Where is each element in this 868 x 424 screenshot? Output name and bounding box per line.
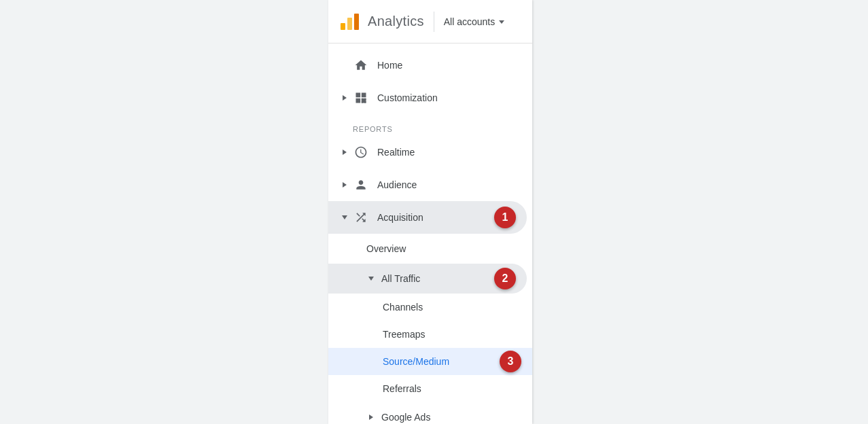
realtime-label: Realtime	[377, 147, 521, 158]
sidebar-item-google-ads[interactable]: Google Ads	[328, 402, 532, 424]
realtime-icon	[353, 144, 369, 160]
customization-icon	[353, 90, 369, 106]
audience-expand-arrow	[339, 179, 350, 190]
svg-rect-0	[341, 23, 345, 30]
acquisition-sub-items: Overview All Traffic 2 Channels Treemaps	[328, 234, 532, 424]
reports-section-label: REPORTS	[328, 114, 532, 136]
sidebar-item-acquisition[interactable]: Acquisition 1	[328, 201, 527, 234]
customization-expand-arrow	[339, 92, 350, 103]
svg-rect-4	[364, 99, 366, 101]
audience-icon	[353, 177, 369, 193]
home-icon	[353, 57, 369, 73]
audience-label: Audience	[377, 179, 521, 190]
acquisition-badge: 1	[494, 207, 516, 228]
all-accounts-button[interactable]: All accounts	[444, 16, 504, 27]
all-traffic-badge: 2	[494, 268, 516, 289]
source-medium-badge: 3	[500, 351, 521, 372]
acquisition-expand-arrow	[339, 212, 350, 223]
customization-label: Customization	[377, 92, 521, 103]
sidebar-item-treemaps[interactable]: Treemaps	[328, 321, 532, 348]
sidebar-item-audience[interactable]: Audience	[328, 169, 532, 201]
sidebar-item-overview[interactable]: Overview	[328, 234, 532, 264]
sidebar-item-source-medium[interactable]: Source/Medium 3	[328, 348, 532, 375]
sidebar-item-referrals[interactable]: Referrals	[328, 375, 532, 402]
home-label: Home	[377, 60, 521, 71]
all-traffic-expand-arrow	[366, 274, 376, 283]
referrals-label: Referrals	[383, 383, 421, 394]
nav-content: Home Customization	[328, 43, 532, 424]
svg-rect-6	[364, 101, 366, 103]
svg-rect-3	[362, 99, 364, 101]
treemaps-label: Treemaps	[383, 329, 426, 340]
sidebar-item-home[interactable]: Home	[328, 49, 532, 82]
sidebar-panel: Analytics All accounts Home	[328, 0, 532, 424]
acquisition-icon	[353, 209, 369, 226]
google-ads-label: Google Ads	[381, 412, 430, 423]
svg-rect-1	[347, 18, 352, 30]
all-traffic-label: All Traffic	[381, 273, 420, 284]
realtime-expand-arrow	[339, 147, 350, 158]
channels-label: Channels	[383, 302, 423, 313]
all-accounts-label: All accounts	[444, 16, 495, 27]
sidebar-header: Analytics All accounts	[328, 0, 532, 43]
sidebar-item-customization[interactable]: Customization	[328, 82, 532, 114]
analytics-logo-icon	[339, 11, 361, 33]
page-wrapper: Analytics All accounts Home	[0, 0, 868, 424]
app-title: Analytics	[368, 14, 424, 29]
source-medium-label: Source/Medium	[383, 356, 449, 367]
svg-rect-2	[354, 14, 359, 30]
chevron-down-icon	[499, 20, 504, 24]
overview-label: Overview	[366, 243, 406, 254]
svg-rect-5	[362, 101, 364, 103]
left-area	[0, 0, 328, 424]
google-ads-expand-arrow	[366, 412, 376, 422]
header-divider	[434, 12, 434, 32]
sidebar-item-realtime[interactable]: Realtime	[328, 136, 532, 169]
home-arrow-placeholder	[339, 60, 350, 71]
sidebar-item-all-traffic[interactable]: All Traffic 2	[328, 264, 527, 294]
sidebar-item-channels[interactable]: Channels	[328, 294, 532, 321]
